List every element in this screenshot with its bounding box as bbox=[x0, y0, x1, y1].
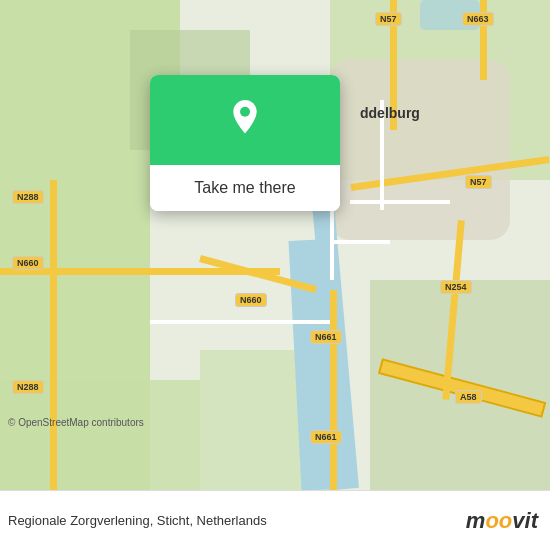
label-n57-top: N57 bbox=[375, 12, 402, 26]
local-road-3 bbox=[350, 200, 450, 204]
popup-green-header bbox=[150, 75, 340, 165]
label-n288-top: N288 bbox=[12, 190, 44, 204]
osm-credit: © OpenStreetMap contributors bbox=[8, 417, 144, 428]
label-n660-left: N660 bbox=[12, 256, 44, 270]
label-a58: A58 bbox=[455, 390, 482, 404]
city-label-middelburg: ddelburg bbox=[360, 105, 420, 121]
moovit-logo-text: moovit bbox=[466, 508, 538, 534]
label-n661-top: N661 bbox=[310, 330, 342, 344]
label-n661-bot: N661 bbox=[310, 430, 342, 444]
location-name: Regionale Zorgverlening, Sticht, Netherl… bbox=[8, 513, 267, 528]
popup-card: Take me there bbox=[150, 75, 340, 211]
road-n661-v bbox=[330, 290, 337, 490]
road-n288-v bbox=[50, 180, 57, 490]
svg-point-0 bbox=[240, 107, 250, 117]
label-n660-mid: N660 bbox=[235, 293, 267, 307]
field-area-5 bbox=[0, 380, 200, 490]
take-me-there-button[interactable]: Take me there bbox=[150, 165, 340, 211]
local-road-1 bbox=[150, 320, 330, 324]
local-road-5 bbox=[330, 240, 390, 244]
label-n57-right: N57 bbox=[465, 175, 492, 189]
moovit-logo: moovit bbox=[466, 508, 538, 534]
label-n663: N663 bbox=[462, 12, 494, 26]
location-pin-icon bbox=[225, 100, 265, 140]
urban-middelburg bbox=[330, 60, 510, 240]
bottom-bar: Regionale Zorgverlening, Sticht, Netherl… bbox=[0, 490, 550, 550]
label-n288-bot: N288 bbox=[12, 380, 44, 394]
map-container: N663 N57 N57 N660 N660 N288 N288 N254 N6… bbox=[0, 0, 550, 490]
label-n254: N254 bbox=[440, 280, 472, 294]
